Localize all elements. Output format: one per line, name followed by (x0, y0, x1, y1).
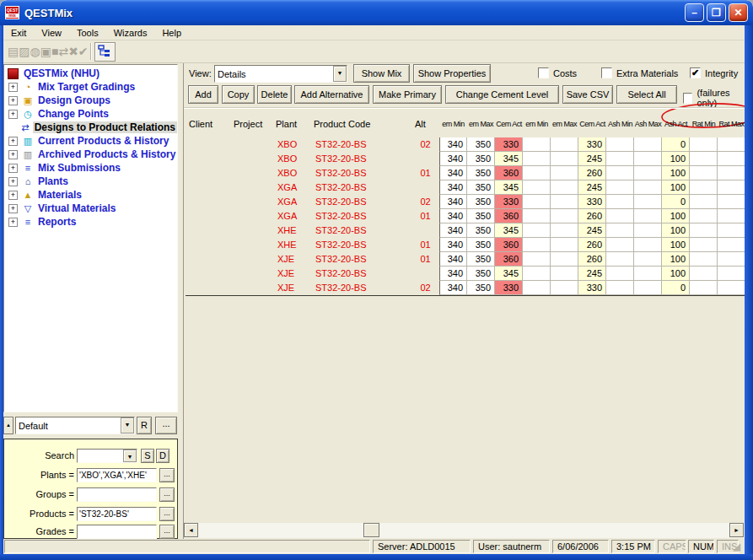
table-cell[interactable] (551, 195, 578, 209)
add-alternative-button[interactable]: Add Alternative (294, 85, 369, 104)
table-cell[interactable]: XGA (272, 209, 310, 223)
table-cell[interactable]: 100 (662, 223, 690, 238)
table-cell[interactable] (718, 209, 745, 223)
table-cell[interactable] (606, 267, 634, 281)
table-cell[interactable] (690, 223, 718, 238)
table-cell[interactable] (186, 195, 230, 209)
table-cell[interactable] (718, 166, 745, 180)
expand-plus-icon[interactable]: + (8, 191, 18, 200)
column-header-rat-min[interactable]: Rat Min (690, 120, 718, 128)
tree-item-qestmix-nhu[interactable]: QESTMix (NHU) (4, 67, 177, 80)
table-cell[interactable] (230, 152, 272, 166)
tree-item-mix-target-gradings[interactable]: +◔Mix Target Gradings (4, 80, 177, 94)
table-cell[interactable]: 245 (578, 180, 606, 195)
table-cell[interactable]: XGA (272, 195, 310, 209)
collapse-panel-button[interactable]: ▲ (3, 417, 13, 434)
products-more-button[interactable]: ... (159, 507, 175, 521)
table-cell[interactable]: 245 (578, 223, 606, 238)
table-cell[interactable] (606, 180, 634, 195)
column-header-rat-max[interactable]: Rat Max (718, 120, 745, 128)
products-field[interactable]: 'ST32-20-BS' (77, 507, 157, 521)
table-cell[interactable] (551, 252, 578, 267)
table-cell[interactable]: 01 (411, 166, 439, 180)
failures-only-checkbox[interactable]: (failures only) (683, 88, 745, 108)
table-cell[interactable]: 01 (411, 238, 439, 252)
horizontal-scrollbar[interactable]: ◄ ► (184, 523, 745, 538)
table-cell[interactable]: 350 (467, 166, 495, 180)
resize-grip[interactable]: ◢ (733, 541, 745, 552)
chevron-down-icon[interactable]: ▼ (123, 450, 137, 462)
table-cell[interactable] (551, 152, 578, 166)
menu-exit[interactable]: Exit (3, 26, 34, 40)
table-cell[interactable]: 350 (467, 152, 495, 166)
scroll-right-icon[interactable]: ► (729, 523, 744, 537)
tree-item-designs-to-product-relations[interactable]: ⇄Designs to Product Relations (4, 121, 177, 134)
table-row[interactable]: XHEST32-20-BS340350345245100 (186, 223, 745, 238)
table-cell[interactable]: 340 (439, 223, 467, 238)
grades-more-button[interactable]: ... (159, 525, 175, 539)
tree-item-materials[interactable]: +▲Materials (4, 188, 177, 202)
table-cell[interactable]: XJE (272, 267, 310, 281)
change-cement-level-button[interactable]: Change Cement Level (445, 85, 559, 104)
tree-item-virtual-materials[interactable]: +▽Virtual Materials (4, 202, 177, 215)
table-cell[interactable]: 100 (662, 209, 690, 223)
table-cell[interactable] (411, 180, 439, 195)
table-cell[interactable] (718, 267, 745, 281)
table-cell[interactable] (718, 180, 745, 195)
table-cell[interactable]: 245 (578, 152, 606, 166)
costs-checkbox[interactable]: Costs (538, 67, 577, 78)
tree-item-mix-submissions[interactable]: +≡Mix Submissions (4, 161, 177, 175)
table-cell[interactable]: 100 (662, 166, 690, 180)
table-cell[interactable]: 01 (411, 252, 439, 267)
table-cell[interactable]: ST32-20-BS (310, 223, 411, 238)
checkbox-box[interactable] (683, 93, 692, 104)
table-cell[interactable]: 350 (467, 209, 495, 223)
table-cell[interactable]: 345 (495, 267, 523, 281)
table-cell[interactable] (230, 281, 272, 295)
table-cell[interactable] (690, 209, 718, 223)
table-cell[interactable]: ST32-20-BS (310, 180, 411, 195)
table-cell[interactable] (634, 152, 662, 166)
expand-plus-icon[interactable]: + (8, 110, 18, 119)
table-cell[interactable] (551, 238, 578, 252)
plants-more-button[interactable]: ... (159, 468, 175, 482)
table-cell[interactable]: 340 (439, 195, 467, 209)
table-cell[interactable] (718, 223, 745, 238)
table-cell[interactable]: 100 (662, 180, 690, 195)
select-all-button[interactable]: Select All (616, 85, 677, 104)
table-cell[interactable] (606, 137, 634, 152)
table-cell[interactable] (523, 195, 551, 209)
view-combobox[interactable]: Details ▼ (214, 65, 347, 83)
table-cell[interactable]: 260 (578, 238, 606, 252)
table-cell[interactable]: 360 (495, 238, 523, 252)
table-cell[interactable] (690, 152, 718, 166)
expand-plus-icon[interactable]: + (8, 164, 18, 173)
save-csv-button[interactable]: Save CSV (562, 85, 613, 104)
expand-plus-icon[interactable]: + (8, 177, 18, 186)
table-cell[interactable] (634, 281, 662, 295)
column-header-em-max[interactable]: em Max (551, 120, 578, 128)
table-cell[interactable] (606, 195, 634, 209)
table-cell[interactable]: 260 (578, 209, 606, 223)
column-header-client[interactable]: Client (186, 119, 230, 129)
table-cell[interactable] (523, 267, 551, 281)
table-cell[interactable] (230, 238, 272, 252)
table-cell[interactable] (718, 238, 745, 252)
table-cell[interactable]: ST32-20-BS (310, 238, 411, 252)
extra-materials-checkbox[interactable]: Extra Materials (601, 67, 678, 78)
table-cell[interactable]: 260 (578, 166, 606, 180)
expand-plus-icon[interactable]: + (8, 96, 18, 105)
table-cell[interactable]: 345 (495, 223, 523, 238)
table-cell[interactable] (690, 180, 718, 195)
table-cell[interactable]: 340 (439, 209, 467, 223)
table-cell[interactable]: 0 (662, 195, 690, 209)
table-cell[interactable] (606, 209, 634, 223)
column-header-plant[interactable]: Plant (272, 119, 310, 129)
table-cell[interactable] (634, 267, 662, 281)
table-cell[interactable] (523, 223, 551, 238)
table-row[interactable]: XGAST32-20-BS01340350360260100 (186, 209, 745, 223)
table-cell[interactable] (186, 267, 230, 281)
table-cell[interactable] (411, 223, 439, 238)
search-s-button[interactable]: S (141, 449, 154, 463)
groups-field[interactable] (77, 487, 157, 502)
